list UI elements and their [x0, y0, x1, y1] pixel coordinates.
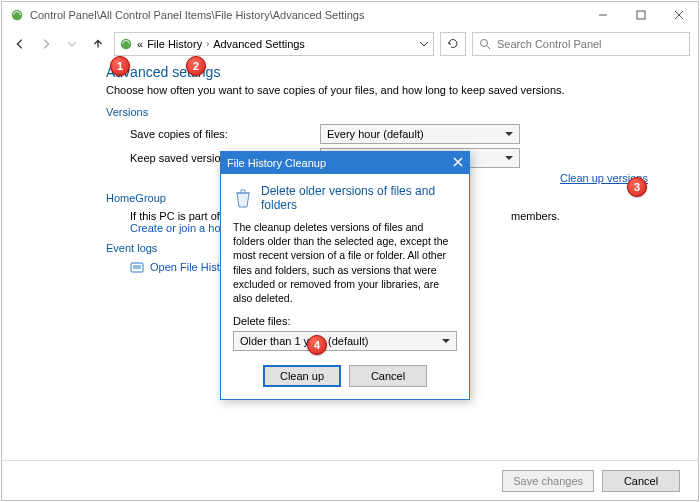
up-button[interactable]: [88, 34, 108, 54]
dialog-cancel-button[interactable]: Cancel: [349, 365, 427, 387]
annotation-badge-3: 3: [627, 177, 647, 197]
group-versions: Versions: [106, 106, 648, 118]
search-placeholder: Search Control Panel: [497, 38, 602, 50]
svg-point-3: [481, 40, 488, 47]
save-copies-label: Save copies of files:: [130, 128, 320, 140]
dialog-body-text: The cleanup deletes versions of files an…: [233, 220, 457, 305]
open-eventlog-link[interactable]: Open File Hist: [150, 261, 220, 273]
annotation-badge-4: 4: [307, 335, 327, 355]
refresh-button[interactable]: [440, 32, 466, 56]
dialog-cleanup-button[interactable]: Clean up: [263, 365, 341, 387]
back-button[interactable]: [10, 34, 30, 54]
annotation-badge-2: 2: [186, 56, 206, 76]
dialog-title: File History Cleanup: [227, 157, 453, 169]
dialog-titlebar[interactable]: File History Cleanup: [221, 152, 469, 174]
delete-files-select[interactable]: Older than 1 year (default): [233, 331, 457, 351]
minimize-button[interactable]: [584, 2, 622, 28]
save-copies-select[interactable]: Every hour (default): [320, 124, 520, 144]
forward-button[interactable]: [36, 34, 56, 54]
recent-locations-button[interactable]: [62, 34, 82, 54]
titlebar: Control Panel\All Control Panel Items\Fi…: [2, 2, 698, 28]
save-changes-button[interactable]: Save changes: [502, 470, 594, 492]
close-window-button[interactable]: [660, 2, 698, 28]
recycle-bin-icon: [233, 187, 253, 209]
svg-rect-1: [637, 11, 645, 19]
window-title: Control Panel\All Control Panel Items\Fi…: [30, 9, 584, 21]
chevron-right-icon: ›: [206, 39, 209, 49]
footer-cancel-button[interactable]: Cancel: [602, 470, 680, 492]
page-description: Choose how often you want to save copies…: [106, 84, 648, 96]
delete-files-label: Delete files:: [233, 315, 457, 327]
location-icon: [119, 37, 133, 51]
event-log-icon: [130, 260, 144, 274]
maximize-button[interactable]: [622, 2, 660, 28]
dialog-heading: Delete older versions of files and folde…: [261, 184, 457, 212]
search-icon: [479, 38, 491, 50]
annotation-badge-1: 1: [110, 56, 130, 76]
address-bar[interactable]: File History › Advanced Settings: [114, 32, 434, 56]
chevron-down-icon[interactable]: [419, 39, 429, 49]
breadcrumb-prefix: [137, 38, 147, 50]
dialog-close-button[interactable]: [453, 157, 463, 169]
toolbar: File History › Advanced Settings Search …: [2, 28, 698, 60]
file-history-cleanup-dialog: File History Cleanup Delete older versio…: [220, 151, 470, 400]
search-input[interactable]: Search Control Panel: [472, 32, 690, 56]
create-homegroup-link[interactable]: Create or join a ho: [130, 222, 221, 234]
footer: Save changes Cancel: [2, 460, 698, 500]
breadcrumb-file-history[interactable]: File History: [147, 38, 202, 50]
control-panel-icon: [10, 8, 24, 22]
breadcrumb-advanced-settings[interactable]: Advanced Settings: [213, 38, 305, 50]
